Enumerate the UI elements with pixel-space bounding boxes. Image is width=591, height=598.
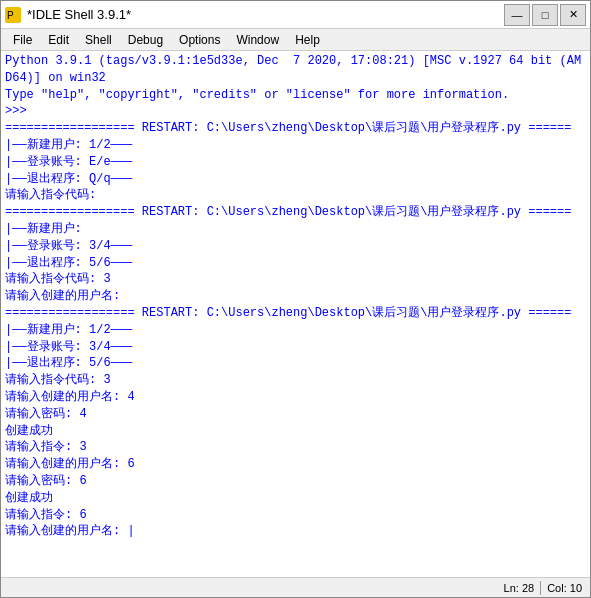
console-line: 请输入指令代码: 3 bbox=[5, 272, 111, 286]
menu-item-debug[interactable]: Debug bbox=[120, 31, 171, 49]
console-line: |——退出程序: 5/6——— bbox=[5, 256, 132, 270]
console-line: D64)] on win32 bbox=[5, 71, 106, 85]
console-line: 请输入指令: 3 bbox=[5, 440, 87, 454]
console-line: ================== RESTART: C:\Users\zhe… bbox=[5, 205, 571, 219]
console-text-block: Python 3.9.1 (tags/v3.9.1:1e5d33e, Dec 7… bbox=[5, 53, 586, 540]
console-line: 请输入指令: 6 bbox=[5, 508, 87, 522]
menu-item-file[interactable]: File bbox=[5, 31, 40, 49]
console-output[interactable]: Python 3.9.1 (tags/v3.9.1:1e5d33e, Dec 7… bbox=[1, 51, 590, 577]
console-line: 请输入密码: 4 bbox=[5, 407, 87, 421]
minimize-button[interactable]: — bbox=[504, 4, 530, 26]
title-bar: P *IDLE Shell 3.9.1* — □ ✕ bbox=[1, 1, 590, 29]
console-line: 请输入创建的用户名: 6 bbox=[5, 457, 135, 471]
menu-bar: FileEditShellDebugOptionsWindowHelp bbox=[1, 29, 590, 51]
console-line: |——登录账号: 3/4——— bbox=[5, 239, 132, 253]
console-line: 请输入指令代码: 3 bbox=[5, 373, 111, 387]
console-line: |——登录账号: 3/4——— bbox=[5, 340, 132, 354]
close-button[interactable]: ✕ bbox=[560, 4, 586, 26]
idle-window: P *IDLE Shell 3.9.1* — □ ✕ FileEditShell… bbox=[0, 0, 591, 598]
maximize-button[interactable]: □ bbox=[532, 4, 558, 26]
console-line: 请输入创建的用户名: | bbox=[5, 524, 135, 538]
console-line: Type "help", "copyright", "credits" or "… bbox=[5, 88, 509, 102]
console-line: >>> bbox=[5, 104, 34, 118]
title-controls: — □ ✕ bbox=[504, 4, 586, 26]
console-line: |——退出程序: Q/q——— bbox=[5, 172, 132, 186]
console-line: 请输入密码: 6 bbox=[5, 474, 87, 488]
menu-item-edit[interactable]: Edit bbox=[40, 31, 77, 49]
app-icon: P bbox=[5, 7, 21, 23]
console-line: 创建成功 bbox=[5, 424, 53, 438]
console-line: |——新建用户: bbox=[5, 222, 82, 236]
console-line: |——退出程序: 5/6——— bbox=[5, 356, 132, 370]
console-line: ================== RESTART: C:\Users\zhe… bbox=[5, 121, 571, 135]
svg-text:P: P bbox=[7, 10, 14, 21]
menu-item-help[interactable]: Help bbox=[287, 31, 328, 49]
col-number: Col: 10 bbox=[547, 582, 582, 594]
window-title: *IDLE Shell 3.9.1* bbox=[27, 7, 131, 22]
console-line: 请输入创建的用户名: 4 bbox=[5, 390, 135, 404]
title-bar-left: P *IDLE Shell 3.9.1* bbox=[5, 7, 131, 23]
console-line: |——登录账号: E/e——— bbox=[5, 155, 132, 169]
console-line: |——新建用户: 1/2——— bbox=[5, 323, 132, 337]
menu-item-window[interactable]: Window bbox=[228, 31, 287, 49]
console-line: ================== RESTART: C:\Users\zhe… bbox=[5, 306, 571, 320]
console-line: 请输入指令代码: bbox=[5, 188, 96, 202]
status-divider bbox=[540, 581, 541, 595]
console-line: 创建成功 bbox=[5, 491, 53, 505]
console-line: Python 3.9.1 (tags/v3.9.1:1e5d33e, Dec 7… bbox=[5, 54, 581, 68]
console-line: 请输入创建的用户名: bbox=[5, 289, 120, 303]
console-line: |——新建用户: 1/2——— bbox=[5, 138, 132, 152]
status-bar: Ln: 28 Col: 10 bbox=[1, 577, 590, 597]
line-number: Ln: 28 bbox=[504, 582, 535, 594]
menu-item-shell[interactable]: Shell bbox=[77, 31, 120, 49]
menu-item-options[interactable]: Options bbox=[171, 31, 228, 49]
